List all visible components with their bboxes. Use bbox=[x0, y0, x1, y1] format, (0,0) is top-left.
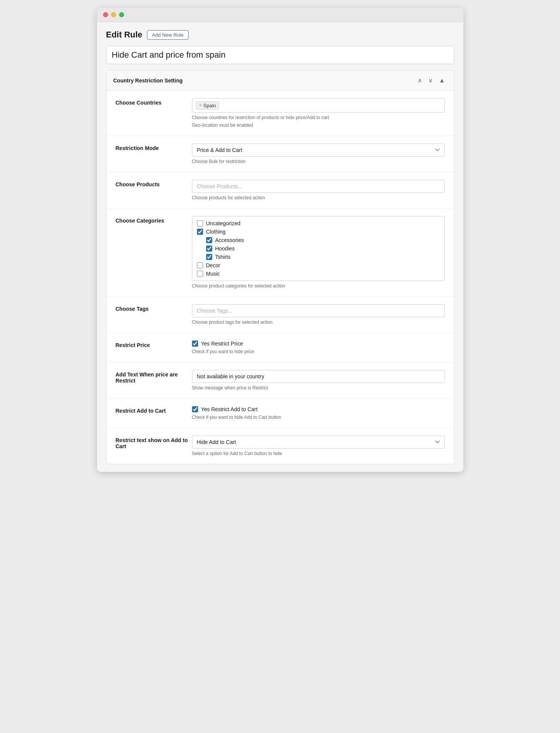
country-restriction-panel: Country Restriction Setting ∧ ∨ ▲ Choose… bbox=[106, 70, 454, 464]
restrict-text-add-to-cart-label: Restrict text show on Add to Cart bbox=[116, 436, 192, 449]
page-title: Edit Rule bbox=[106, 30, 142, 40]
choose-tags-help: Choose product tags for selected action bbox=[192, 320, 445, 325]
page-header: Edit Rule Add New Rule bbox=[106, 30, 454, 40]
category-clothing: Clothing bbox=[197, 229, 440, 235]
category-uncategorized-label: Uncategorized bbox=[206, 220, 240, 226]
category-hoodies-checkbox[interactable] bbox=[206, 245, 212, 252]
choose-categories-row: Choose Categories Uncategorized Clothing bbox=[107, 208, 454, 297]
spain-tag-remove[interactable]: × bbox=[199, 103, 202, 108]
close-icon[interactable] bbox=[103, 12, 108, 17]
choose-tags-label: Choose Tags bbox=[116, 304, 192, 312]
category-decor-checkbox[interactable] bbox=[197, 262, 203, 268]
add-new-rule-button[interactable]: Add New Rule bbox=[147, 30, 189, 40]
app-window: Edit Rule Add New Rule Country Restricti… bbox=[97, 8, 463, 472]
restrict-text-add-to-cart-row: Restrict text show on Add to Cart Hide A… bbox=[107, 428, 454, 464]
restrict-price-row: Restrict Price Yes Restrict Price Check … bbox=[107, 333, 454, 362]
choose-tags-row: Choose Tags Choose product tags for sele… bbox=[107, 297, 454, 333]
restrict-add-to-cart-check-row: Yes Restrict Add to Cart bbox=[192, 406, 445, 412]
category-uncategorized: Uncategorized bbox=[197, 220, 440, 226]
restrict-text-add-to-cart-help: Select a option for Add to Cart button t… bbox=[192, 451, 445, 456]
minimize-icon[interactable] bbox=[111, 12, 116, 17]
restrict-price-checkbox-label: Yes Restrict Price bbox=[201, 341, 243, 347]
restrict-text-add-to-cart-select[interactable]: Hide Add to Cart Price Add to Cart Custo… bbox=[192, 436, 445, 449]
restrict-price-checkbox[interactable] bbox=[192, 341, 198, 347]
category-music-checkbox[interactable] bbox=[197, 271, 203, 277]
restrict-price-content: Yes Restrict Price Check if you want to … bbox=[192, 341, 445, 354]
panel-header: Country Restriction Setting ∧ ∨ ▲ bbox=[107, 71, 454, 90]
categories-checkbox-list: Uncategorized Clothing Accessories bbox=[192, 216, 445, 281]
choose-countries-row: Choose Countries × Spain Choose countrie… bbox=[107, 90, 454, 136]
category-music: Music bbox=[197, 271, 440, 277]
category-decor-label: Decor bbox=[206, 262, 220, 268]
category-accessories-label: Accessories bbox=[215, 237, 244, 243]
restrict-add-to-cart-checkbox[interactable] bbox=[192, 406, 198, 412]
restrict-add-to-cart-label: Restrict Add to Cart bbox=[116, 406, 192, 414]
category-clothing-checkbox[interactable] bbox=[197, 229, 203, 235]
countries-help1: Choose countries for restriction of prod… bbox=[192, 115, 445, 120]
choose-products-label: Choose Products bbox=[116, 180, 192, 187]
category-decor: Decor bbox=[197, 262, 440, 268]
choose-countries-content: × Spain Choose countries for restriction… bbox=[192, 98, 445, 128]
choose-countries-label: Choose Countries bbox=[116, 98, 192, 106]
spain-tag-label: Spain bbox=[203, 103, 216, 108]
title-bar bbox=[97, 8, 463, 22]
countries-tag-input[interactable]: × Spain bbox=[192, 98, 445, 113]
category-uncategorized-checkbox[interactable] bbox=[197, 220, 203, 226]
countries-help2: Geo-location must be enabled bbox=[192, 123, 445, 128]
panel-title: Country Restriction Setting bbox=[113, 77, 183, 84]
panel-toggle-button[interactable]: ▲ bbox=[437, 76, 447, 85]
choose-categories-label: Choose Categories bbox=[116, 216, 192, 224]
rule-name-input[interactable] bbox=[106, 46, 454, 64]
restrict-add-to-cart-content: Yes Restrict Add to Cart Check if you wa… bbox=[192, 406, 445, 420]
category-music-label: Music bbox=[206, 271, 220, 277]
restriction-mode-label: Restriction Mode bbox=[116, 144, 192, 151]
choose-categories-content: Uncategorized Clothing Accessories bbox=[192, 216, 445, 289]
add-text-price-label: Add Text When price are Restrict bbox=[116, 370, 192, 384]
choose-products-input[interactable] bbox=[192, 180, 445, 193]
restriction-mode-content: Price & Add to Cart Price Only Add to Ca… bbox=[192, 144, 445, 164]
category-hoodies: Hoodies bbox=[197, 245, 440, 252]
category-clothing-label: Clothing bbox=[206, 229, 226, 235]
category-tshirts-checkbox[interactable] bbox=[206, 254, 212, 260]
panel-body: Choose Countries × Spain Choose countrie… bbox=[107, 90, 454, 464]
restrict-add-to-cart-checkbox-label: Yes Restrict Add to Cart bbox=[201, 406, 258, 412]
add-text-price-help: Show message when price is Restrict bbox=[192, 385, 445, 391]
panel-controls: ∧ ∨ ▲ bbox=[416, 76, 447, 85]
restriction-mode-select[interactable]: Price & Add to Cart Price Only Add to Ca… bbox=[192, 144, 445, 157]
spain-tag: × Spain bbox=[196, 102, 219, 110]
choose-tags-content: Choose product tags for selected action bbox=[192, 304, 445, 325]
choose-products-help: Choose products for selected action bbox=[192, 195, 445, 200]
choose-tags-input[interactable] bbox=[192, 304, 445, 317]
restrict-price-help: Check if you want to hide price bbox=[192, 349, 445, 354]
panel-down-button[interactable]: ∨ bbox=[426, 76, 435, 85]
category-hoodies-label: Hoodies bbox=[215, 245, 235, 252]
maximize-icon[interactable] bbox=[119, 12, 124, 17]
restrict-price-label: Restrict Price bbox=[116, 341, 192, 348]
choose-products-row: Choose Products Choose products for sele… bbox=[107, 172, 454, 208]
category-tshirts-label: Tshirts bbox=[215, 254, 231, 260]
category-tshirts: Tshirts bbox=[197, 254, 440, 260]
restrict-text-add-to-cart-content: Hide Add to Cart Price Add to Cart Custo… bbox=[192, 436, 445, 456]
category-accessories-checkbox[interactable] bbox=[206, 237, 212, 243]
restrict-add-to-cart-help: Check if you want to hide Add to Cart bu… bbox=[192, 415, 445, 420]
restrict-price-check-row: Yes Restrict Price bbox=[192, 341, 445, 347]
restriction-mode-help: Choose Bulk for restriction bbox=[192, 159, 445, 164]
category-accessories: Accessories bbox=[197, 237, 440, 243]
panel-up-button[interactable]: ∧ bbox=[416, 76, 424, 85]
choose-categories-help: Choose product categories for selected a… bbox=[192, 283, 445, 289]
add-text-price-input[interactable] bbox=[192, 370, 445, 383]
page-content: Edit Rule Add New Rule Country Restricti… bbox=[97, 22, 463, 472]
restriction-mode-row: Restriction Mode Price & Add to Cart Pri… bbox=[107, 136, 454, 172]
add-text-price-row: Add Text When price are Restrict Show me… bbox=[107, 362, 454, 399]
restrict-add-to-cart-row: Restrict Add to Cart Yes Restrict Add to… bbox=[107, 399, 454, 428]
add-text-price-content: Show message when price is Restrict bbox=[192, 370, 445, 391]
choose-products-content: Choose products for selected action bbox=[192, 180, 445, 200]
